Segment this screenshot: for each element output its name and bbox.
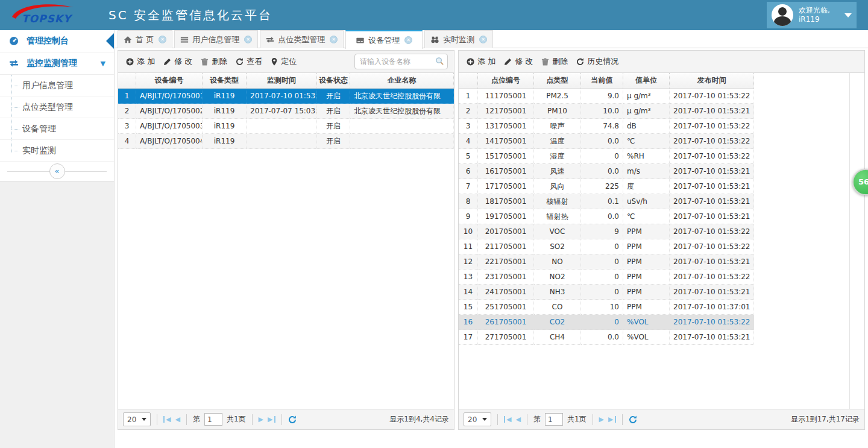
cell[interactable]: CO2 [534, 315, 581, 330]
cell[interactable]: 13 [459, 270, 478, 285]
table-row[interactable]: 3131705001噪声74.8dB2017-07-10 01:53:22 [459, 119, 754, 134]
first-page-button[interactable]: ◀ [163, 416, 171, 423]
table-row[interactable]: 15251705001CO10PPM2017-07-10 01:37:01 [459, 300, 754, 315]
cell[interactable]: 211705001 [478, 239, 534, 254]
cell[interactable]: A/BJLT/O/1705002 [136, 104, 203, 119]
cell[interactable]: uSv/h [623, 194, 670, 209]
cell[interactable]: 2 [459, 104, 478, 119]
table-row[interactable]: 8181705001核辐射0.1uSv/h2017-07-10 01:53:21 [459, 194, 754, 209]
search-icon[interactable] [435, 57, 444, 66]
tab-realtime-monitor[interactable]: 实时监测 ✕ [424, 30, 493, 48]
table-row[interactable]: 7171705001风向225度2017-07-10 01:53:21 [459, 179, 754, 194]
table-row[interactable]: 3A/BJLT/O/1705003iR119开启 [118, 119, 454, 134]
prev-page-button[interactable]: ◀ [515, 416, 520, 423]
cell[interactable]: 0 [581, 254, 623, 270]
cell[interactable]: ℃ [623, 134, 670, 149]
cell[interactable] [247, 134, 317, 149]
cell[interactable]: 2017-07-10 01:53:22 [670, 149, 754, 164]
delete-button[interactable]: 删除 [197, 54, 231, 69]
table-row[interactable]: 6161705001风速0.0m/s2017-07-10 01:53:21 [459, 164, 754, 179]
cell[interactable]: 2017-07-10 01:53:22 [670, 315, 754, 330]
tab-point-type[interactable]: 点位类型管理 ✕ [260, 30, 344, 48]
cell[interactable]: NH3 [534, 285, 581, 300]
cell[interactable]: μ g/m³ [623, 104, 670, 119]
sidebar-item-point-type[interactable]: 点位类型管理 [0, 96, 114, 118]
cell[interactable]: PPM [623, 224, 670, 239]
cell[interactable]: 开启 [317, 119, 350, 134]
cell[interactable]: 0 [581, 270, 623, 285]
cell[interactable]: 1 [459, 89, 478, 104]
cell[interactable]: 16 [459, 315, 478, 330]
table-row[interactable]: 10201705001VOC9PPM2017-07-10 01:53:22 [459, 224, 754, 239]
cell[interactable]: A/BJLT/O/1705003 [136, 119, 203, 134]
cell[interactable]: 171705001 [478, 179, 534, 194]
cell[interactable]: 9 [581, 224, 623, 239]
first-page-button[interactable]: ◀ [504, 416, 511, 423]
column-header[interactable] [459, 73, 478, 89]
cell[interactable]: 201705001 [478, 224, 534, 239]
cell[interactable]: m/s [623, 164, 670, 179]
cell[interactable]: CH4 [534, 330, 581, 345]
cell[interactable]: PPM [623, 270, 670, 285]
cell[interactable]: CO [534, 300, 581, 315]
cell[interactable]: 2017-07-07 15:03:05 [247, 104, 317, 119]
cell[interactable]: 2017-07-10 01:53:21 [670, 194, 754, 209]
cell[interactable]: 5 [459, 149, 478, 164]
view-button[interactable]: 查看 [231, 54, 266, 69]
cell[interactable]: dB [623, 119, 670, 134]
cell[interactable]: %VOL [623, 315, 670, 330]
cell[interactable]: 2017-07-10 01:53:21 [670, 104, 754, 119]
close-icon[interactable]: ✕ [159, 36, 166, 43]
cell[interactable]: 2017-07-10 01:53:22 [670, 134, 754, 149]
cell[interactable]: NO [534, 254, 581, 270]
table-row[interactable]: 17271705001CH40.0%VOL2017-07-10 01:53:21 [459, 330, 754, 345]
cell[interactable]: iR119 [203, 119, 247, 134]
cell[interactable]: 辐射热 [534, 209, 581, 224]
cell[interactable]: 0.0 [581, 330, 623, 345]
cell[interactable]: 2017-07-10 01:53:22 [670, 224, 754, 239]
cell[interactable]: PM2.5 [534, 89, 581, 104]
cell[interactable]: 开启 [317, 89, 350, 104]
table-row[interactable]: 16261705001CO20%VOL2017-07-10 01:53:22 [459, 315, 754, 330]
cell[interactable]: 2017-07-10 01:53:21 [670, 209, 754, 224]
locate-button[interactable]: 定位 [266, 54, 301, 69]
column-header[interactable]: 设备编号 [136, 73, 203, 89]
cell[interactable]: 251705001 [478, 300, 534, 315]
cell[interactable]: 4 [459, 134, 478, 149]
cell[interactable]: 231705001 [478, 270, 534, 285]
next-page-button[interactable]: ▶ [599, 416, 604, 423]
search-input[interactable] [354, 54, 448, 69]
cell[interactable]: 0.1 [581, 194, 623, 209]
cell[interactable]: 4 [118, 134, 136, 149]
column-header[interactable]: 点位编号 [478, 73, 534, 89]
cell[interactable]: 0.0 [581, 209, 623, 224]
cell[interactable]: 111705001 [478, 89, 534, 104]
cell[interactable]: PPM [623, 239, 670, 254]
cell[interactable]: 风速 [534, 164, 581, 179]
next-page-button[interactable]: ▶ [259, 416, 263, 423]
cell[interactable]: 2017-07-10 01:53:22 [670, 270, 754, 285]
cell[interactable]: 噪声 [534, 119, 581, 134]
cell[interactable]: 北京凌天世纪控股股份有限 [350, 89, 454, 104]
cell[interactable]: 2017-07-10 01:53:22 [670, 89, 754, 104]
history-button[interactable]: 历史情况 [572, 54, 623, 69]
cell[interactable]: VOC [534, 224, 581, 239]
tab-user-info[interactable]: 用户信息管理 ✕ [174, 30, 258, 48]
column-header[interactable]: 设备类型 [203, 73, 247, 89]
cell[interactable]: 0 [581, 285, 623, 300]
cell[interactable]: 湿度 [534, 149, 581, 164]
page-number-input[interactable] [204, 413, 222, 426]
cell[interactable]: 10 [459, 224, 478, 239]
cell[interactable]: %RH [623, 149, 670, 164]
cell[interactable]: 3 [118, 119, 136, 134]
sidebar-item-user-info[interactable]: 用户信息管理 [0, 75, 114, 96]
column-header[interactable]: 当前值 [581, 73, 623, 89]
cell[interactable]: 1 [118, 89, 136, 104]
cell[interactable]: 74.8 [581, 119, 623, 134]
cell[interactable]: 0 [581, 239, 623, 254]
cell[interactable]: 7 [459, 179, 478, 194]
tab-device-mgmt[interactable]: 设备管理 ✕ [345, 30, 423, 49]
sidebar-item-device[interactable]: 设备管理 [0, 118, 114, 140]
cell[interactable]: 10 [581, 300, 623, 315]
add-button[interactable]: 添 加 [122, 54, 159, 69]
